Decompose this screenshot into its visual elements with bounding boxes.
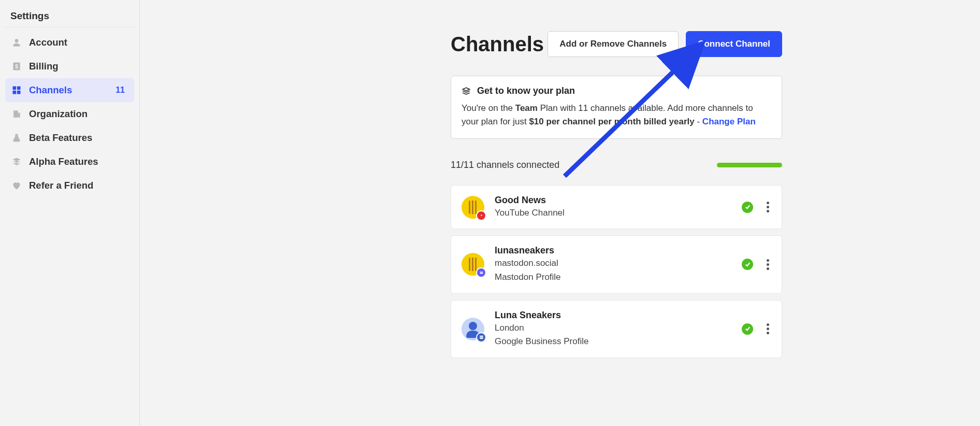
sidebar-item-label: Account xyxy=(29,37,128,48)
main-content: Channels Add or Remove Channels Connect … xyxy=(140,0,980,426)
flask-icon xyxy=(11,133,22,143)
sidebar-item-label: Refer a Friend xyxy=(29,180,128,191)
channel-type: YouTube Channel xyxy=(495,207,731,220)
sidebar-item-label: Billing xyxy=(29,61,128,72)
svg-point-0 xyxy=(15,39,19,42)
sidebar-item-label: Alpha Features xyxy=(29,156,128,167)
connect-channel-button[interactable]: Connect Channel xyxy=(686,31,782,57)
svg-rect-3 xyxy=(13,87,17,90)
sidebar-title: Settings xyxy=(3,5,136,27)
grid-icon xyxy=(11,85,22,95)
channel-card[interactable]: lunasneakers mastodon.social Mastodon Pr… xyxy=(451,235,782,293)
plan-price-text: $10 per channel per month billed yearly xyxy=(529,117,694,126)
check-icon xyxy=(742,323,753,335)
check-icon xyxy=(742,202,753,213)
sidebar-item-refer-friend[interactable]: Refer a Friend xyxy=(5,174,134,197)
plan-text-3: - xyxy=(695,117,702,126)
dollar-icon: $ xyxy=(11,61,22,72)
channel-name: Good News xyxy=(495,195,731,206)
sidebar-item-billing[interactable]: $ Billing xyxy=(5,54,134,78)
plan-info-title: Get to know your plan xyxy=(477,86,575,96)
channel-name: Luna Sneakers xyxy=(495,310,731,321)
svg-rect-6 xyxy=(17,91,21,94)
plan-info-card: Get to know your plan You're on the Team… xyxy=(451,76,782,139)
mastodon-icon xyxy=(476,267,486,278)
youtube-icon xyxy=(476,210,486,221)
channels-count-badge: 11 xyxy=(116,86,128,95)
kebab-menu-button[interactable] xyxy=(765,200,771,215)
channel-type: Google Business Profile xyxy=(495,335,731,348)
channel-name: lunasneakers xyxy=(495,245,731,256)
plan-text-1: You're on the xyxy=(462,103,515,113)
change-plan-link[interactable]: Change Plan xyxy=(702,117,756,126)
channel-list: Good News YouTube Channel xyxy=(451,185,782,358)
svg-rect-8 xyxy=(18,113,20,118)
avatar xyxy=(462,318,484,340)
person-icon xyxy=(11,37,22,48)
store-icon xyxy=(476,332,486,343)
page-title: Channels xyxy=(451,33,544,56)
plan-name: Team xyxy=(515,103,538,113)
kebab-menu-button[interactable] xyxy=(765,257,771,272)
channels-status-text: 11/11 channels connected xyxy=(451,160,559,171)
layers-icon xyxy=(11,157,22,167)
sidebar-item-label: Channels xyxy=(29,84,108,96)
channels-status-row: 11/11 channels connected xyxy=(451,160,782,171)
avatar xyxy=(462,253,484,276)
svg-rect-5 xyxy=(13,91,17,94)
header-actions: Add or Remove Channels Connect Channel xyxy=(547,31,782,57)
page-header: Channels Add or Remove Channels Connect … xyxy=(451,31,782,57)
channel-card[interactable]: Good News YouTube Channel xyxy=(451,185,782,230)
building-icon xyxy=(11,109,22,119)
sidebar-item-label: Organization xyxy=(29,108,128,120)
sidebar-item-beta-features[interactable]: Beta Features xyxy=(5,126,134,150)
channels-progress-bar xyxy=(717,163,782,167)
channel-info: Good News YouTube Channel xyxy=(495,195,731,220)
avatar xyxy=(462,196,484,219)
channel-server: mastodon.social xyxy=(495,257,731,270)
channel-info: lunasneakers mastodon.social Mastodon Pr… xyxy=(495,245,731,283)
check-icon xyxy=(742,259,753,270)
add-remove-channels-button[interactable]: Add or Remove Channels xyxy=(547,31,679,57)
channel-card[interactable]: Luna Sneakers London Google Business Pro… xyxy=(451,300,782,358)
channel-info: Luna Sneakers London Google Business Pro… xyxy=(495,310,731,348)
kebab-menu-button[interactable] xyxy=(765,321,771,336)
sidebar-item-organization[interactable]: Organization xyxy=(5,102,134,126)
sidebar-item-account[interactable]: Account xyxy=(5,31,134,54)
svg-text:$: $ xyxy=(15,64,18,69)
sidebar-item-channels[interactable]: Channels 11 xyxy=(5,78,134,102)
heart-icon xyxy=(11,180,22,191)
sidebar-item-alpha-features[interactable]: Alpha Features xyxy=(5,150,134,174)
svg-rect-4 xyxy=(17,87,21,90)
channel-location: London xyxy=(495,322,731,335)
svg-rect-7 xyxy=(13,110,18,117)
plan-info-text: You're on the Team Plan with 11 channels… xyxy=(462,102,771,129)
sidebar-item-label: Beta Features xyxy=(29,132,128,144)
layers-icon xyxy=(462,87,471,96)
channel-type: Mastodon Profile xyxy=(495,271,731,284)
sidebar: Settings Account $ Billing Channels 11 xyxy=(0,0,140,426)
